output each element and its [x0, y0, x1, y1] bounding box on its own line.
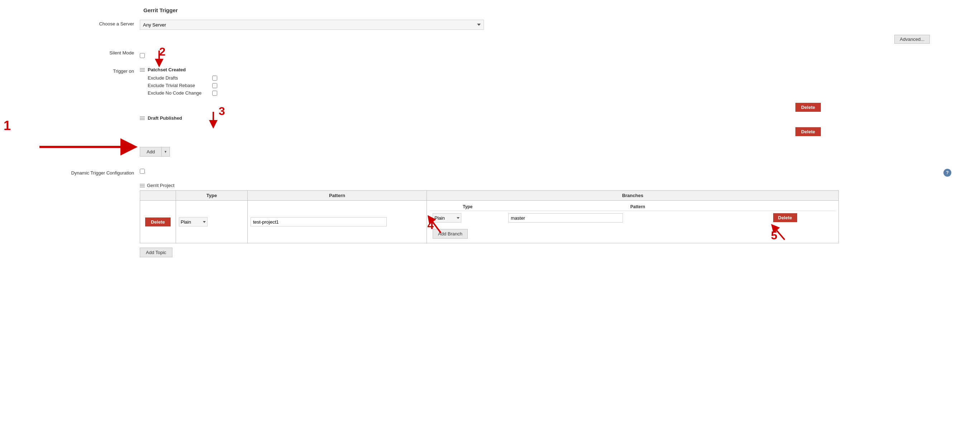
arrow-2-svg	[154, 51, 168, 68]
table-row-type-cell: Plain RegExp ANT	[176, 201, 248, 243]
gerrit-project-drag-handle[interactable]	[140, 184, 145, 187]
draft-published-block: Draft Published 3	[140, 115, 182, 124]
help-circle-dynamic[interactable]: ?	[943, 169, 951, 177]
gerrit-project-section: Gerrit Project Type Pattern Branches	[140, 183, 958, 257]
table-row-branches-cell: Type Pattern Plain	[427, 201, 839, 243]
dynamic-trigger-inner	[140, 169, 145, 174]
draft-published-title: Draft Published	[148, 115, 182, 121]
add-dropdown-arrow[interactable]: ▾	[161, 147, 170, 157]
exclude-drafts-checkbox[interactable]	[212, 76, 217, 81]
th-delete	[140, 190, 176, 201]
trigger-on-label: Trigger on	[22, 67, 140, 74]
add-button-wrapper: Add ▾	[140, 147, 170, 157]
arrow-1-svg	[32, 133, 140, 161]
annotation-1: 1	[3, 118, 11, 133]
advanced-row: Advanced...	[140, 35, 958, 44]
dynamic-trigger-checkbox[interactable]	[140, 169, 145, 174]
table-row-pattern-cell: 4	[248, 201, 427, 243]
server-select[interactable]: Any Server	[140, 20, 484, 30]
draft-published-delete-button[interactable]: Delete	[795, 127, 821, 136]
silent-mode-with-help: 2	[140, 49, 958, 62]
silent-mode-control: 2	[140, 49, 958, 62]
exclude-no-code-change-checkbox[interactable]	[212, 90, 217, 96]
draft-published-title-row: Draft Published	[140, 115, 182, 121]
gerrit-project-table: Type Pattern Branches Delete	[140, 190, 839, 243]
add-button[interactable]: Add	[140, 147, 161, 157]
arrow-4-svg	[419, 208, 448, 236]
patchset-title-row: Patchset Created	[140, 67, 217, 72]
draft-published-drag-handle[interactable]	[140, 116, 145, 120]
gerrit-project-label-row: Gerrit Project	[140, 183, 958, 188]
silent-mode-checkbox[interactable]	[140, 53, 145, 58]
dynamic-trigger-label: Dynamic Trigger Configuration	[22, 169, 140, 176]
arrow-5-svg	[763, 218, 792, 243]
branch-pattern-input[interactable]	[508, 213, 623, 222]
add-topic-button[interactable]: Add Topic	[140, 248, 172, 257]
patchset-created-block: Patchset Created Exclude Drafts ? Exclud…	[140, 67, 217, 98]
branches-header-row: Type Pattern	[430, 203, 835, 211]
project-type-select[interactable]: Plain RegExp ANT	[179, 217, 208, 227]
th-pattern: Pattern	[248, 190, 427, 201]
exclude-no-code-change-label: Exclude No Code Change	[148, 90, 212, 96]
project-pattern-input[interactable]	[251, 217, 387, 227]
page-wrapper: Gerrit Trigger Choose a Server Any Serve…	[0, 0, 980, 430]
advanced-button[interactable]: Advanced...	[894, 35, 930, 44]
branch-th-pattern: Pattern	[506, 203, 770, 211]
branch-pattern-cell: 5	[506, 211, 770, 225]
trigger-on-row: Trigger on Patchset Created Exclude Draf…	[22, 67, 958, 164]
patchset-created-title: Patchset Created	[148, 67, 186, 72]
exclude-drafts-row: Exclude Drafts ?	[148, 75, 217, 81]
exclude-trivial-rebase-checkbox[interactable]	[212, 83, 217, 88]
annotation-1-container: 1	[32, 133, 140, 162]
choose-server-row: Choose a Server Any Server	[22, 20, 958, 30]
table-row-delete-cell: Delete	[140, 201, 176, 243]
exclude-trivial-rebase-row: Exclude Trivial Rebase ?	[148, 83, 217, 88]
choose-server-label: Choose a Server	[22, 20, 140, 27]
dynamic-trigger-row: Dynamic Trigger Configuration ?	[22, 169, 958, 176]
svg-line-4	[774, 227, 784, 240]
draft-published-delete-row: Delete	[140, 127, 821, 136]
svg-line-3	[430, 219, 441, 233]
exclude-trivial-rebase-label: Exclude Trivial Rebase	[148, 83, 212, 88]
gerrit-trigger-header: Gerrit Trigger	[22, 7, 958, 13]
server-control-area: Any Server	[140, 20, 958, 30]
patchset-delete-button[interactable]: Delete	[795, 103, 821, 112]
patchset-drag-handle[interactable]	[140, 68, 145, 71]
trigger-on-control: Patchset Created Exclude Drafts ? Exclud…	[140, 67, 958, 164]
table-row: Delete Plain RegExp ANT	[140, 201, 839, 243]
exclude-drafts-label: Exclude Drafts	[148, 75, 212, 81]
help-icon-dynamic: ?	[943, 169, 951, 177]
silent-mode-label: Silent Mode	[22, 49, 140, 56]
th-type: Type	[176, 190, 248, 201]
th-branches: Branches	[427, 190, 839, 201]
add-topic-container: Add Topic	[140, 246, 958, 257]
row-delete-button[interactable]: Delete	[145, 217, 170, 227]
exclude-no-code-change-row: Exclude No Code Change	[148, 90, 217, 96]
silent-mode-row: Silent Mode 2	[22, 49, 958, 62]
branch-th-actions	[770, 203, 836, 211]
arrow-3-svg	[208, 112, 226, 130]
patchset-delete-row: Delete	[140, 103, 821, 112]
add-button-container: 1 Add ▾	[140, 143, 170, 157]
branch-row: Plain RegExp ANT 5	[430, 211, 835, 225]
table-header-row: Type Pattern Branches	[140, 190, 839, 201]
gerrit-project-title: Gerrit Project	[147, 183, 175, 188]
branches-inner-table: Type Pattern Plain	[430, 203, 835, 241]
dynamic-trigger-control	[140, 169, 958, 174]
